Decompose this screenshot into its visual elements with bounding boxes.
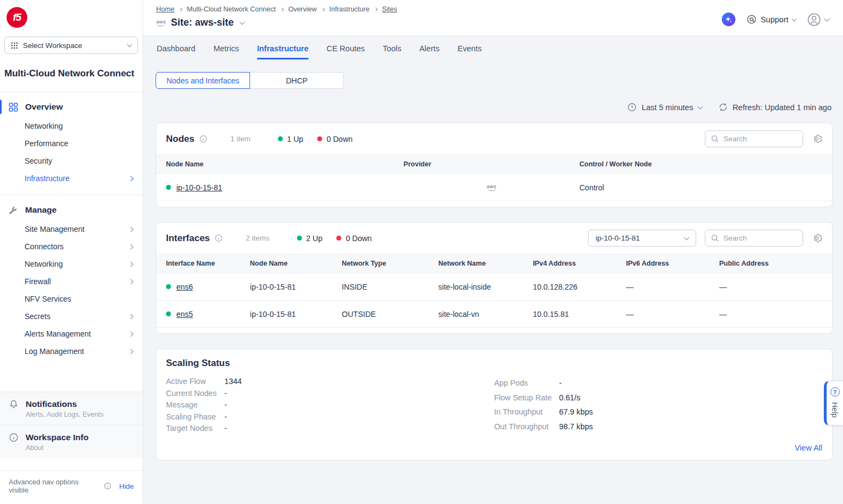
nav-label: Site Management xyxy=(25,225,85,233)
sidebar-item-notifications[interactable]: Notifications Alerts, Audit Logs, Events xyxy=(0,392,143,425)
sidebar-item-infrastructure[interactable]: Infrastructure xyxy=(0,170,143,187)
cell-node: ip-10-0-15-81 xyxy=(250,283,342,291)
page-title: Site: aws-site xyxy=(171,17,234,28)
nav-section-manage: Manage Site Management Connectors Networ… xyxy=(0,195,143,368)
sidebar-item-networking[interactable]: Networking xyxy=(0,117,143,135)
interfaces-title: Interfaces xyxy=(166,233,210,244)
sidebar-item-security[interactable]: Security xyxy=(0,152,143,170)
page-header: Home Multi-Cloud Network Connect Overvie… xyxy=(143,0,843,36)
help-question-icon: ? xyxy=(830,387,840,397)
col-network-name: Network Name xyxy=(438,260,533,267)
sidebar-item-performance[interactable]: Performance xyxy=(0,135,143,152)
interface-link[interactable]: ens6 xyxy=(176,283,193,291)
sparkle-icon xyxy=(725,16,732,23)
node-filter-value: ip-10-0-15-81 xyxy=(596,234,640,242)
f5-logo: f5 xyxy=(7,7,27,28)
grid-dots-icon xyxy=(11,42,18,49)
cell-network-name: site-local-inside xyxy=(438,283,533,291)
tab-alerts[interactable]: Alerts xyxy=(419,44,440,59)
ai-assistant-button[interactable] xyxy=(722,13,735,26)
gear-icon[interactable] xyxy=(812,134,822,144)
support-menu[interactable]: Support xyxy=(746,14,796,25)
nodes-down-status: 0 Down xyxy=(317,135,352,143)
nodes-panel: Nodes 1 item 1 Up 0 Down xyxy=(156,123,833,207)
node-link[interactable]: ip-10-0-15-81 xyxy=(176,183,222,192)
metric-flow-setup-rate: Flow Setup Rate0.61/s xyxy=(494,391,822,405)
sidebar-item-manage[interactable]: Manage xyxy=(0,202,143,220)
up-dot xyxy=(278,136,283,141)
metric-scaling-phase: Scaling Phase- xyxy=(166,411,494,423)
metric-app-pods: App Pods- xyxy=(494,376,822,391)
col-provider: Provider xyxy=(403,160,579,168)
node-role: Control xyxy=(579,183,822,192)
refresh-button[interactable]: Refresh: Updated 1 min ago xyxy=(719,103,832,112)
interfaces-table-header: Interface Name Node Name Network Type Ne… xyxy=(156,254,832,273)
chevron-right-icon xyxy=(128,279,134,284)
col-public-address: Public Address xyxy=(719,260,822,267)
workspace-info-subtitle: About xyxy=(9,444,134,452)
cell-ipv6: — xyxy=(626,310,720,319)
subtab-nodes-and-interfaces[interactable]: Nodes and Interfaces xyxy=(156,72,250,89)
sidebar-item-networking-manage[interactable]: Networking xyxy=(0,255,143,273)
tab-infrastructure[interactable]: Infrastructure xyxy=(257,44,308,59)
chevron-right-icon xyxy=(128,331,134,337)
help-tab[interactable]: ? Help xyxy=(824,381,843,425)
sidebar-item-log-management[interactable]: Log Management xyxy=(0,343,143,360)
account-menu[interactable] xyxy=(807,13,829,27)
nav-label: Connectors xyxy=(25,242,64,251)
metric-active-flow: Active Flow1344 xyxy=(166,376,494,388)
down-dot xyxy=(317,136,322,141)
col-interface-name: Interface Name xyxy=(166,260,250,267)
nav-label: Performance xyxy=(25,139,68,148)
sidebar-item-secrets[interactable]: Secrets xyxy=(0,308,143,325)
sidebar-item-workspace-info[interactable]: Workspace Info About xyxy=(0,425,143,458)
cell-ipv4: 10.0.15.81 xyxy=(533,310,626,319)
cell-public: — xyxy=(719,283,822,291)
nodes-search-input[interactable] xyxy=(723,135,797,143)
nav-label: Networking xyxy=(25,122,63,130)
sidebar-item-firewall[interactable]: Firewall xyxy=(0,273,143,290)
col-control-worker: Control / Worker Node xyxy=(579,160,822,168)
breadcrumb-mcn[interactable]: Multi-Cloud Network Connect xyxy=(187,5,276,13)
info-icon[interactable] xyxy=(104,482,111,490)
interface-link[interactable]: ens5 xyxy=(176,310,193,319)
nav-label: Log Management xyxy=(25,347,84,356)
breadcrumb-home[interactable]: Home xyxy=(156,5,174,13)
workspace-selector[interactable]: Select Workspace xyxy=(4,37,138,54)
view-all-link[interactable]: View All xyxy=(166,443,822,452)
sidebar-item-nfv-services[interactable]: NFV Services xyxy=(0,290,143,308)
col-node-name: Node Name xyxy=(166,160,403,168)
aws-icon: aws xyxy=(156,20,166,26)
chevron-right-icon xyxy=(128,176,134,181)
sidebar-item-overview[interactable]: Overview xyxy=(0,99,143,117)
sidebar-item-alerts-management[interactable]: Alerts Management xyxy=(0,325,143,343)
time-range-selector[interactable]: Last 5 minutes xyxy=(627,103,702,112)
nodes-search[interactable] xyxy=(705,130,803,147)
wrench-icon xyxy=(9,206,18,215)
tab-tools[interactable]: Tools xyxy=(383,44,401,59)
tab-metrics[interactable]: Metrics xyxy=(213,44,239,59)
tab-ce-routes[interactable]: CE Routes xyxy=(326,44,365,59)
subtab-dhcp[interactable]: DHCP xyxy=(250,72,344,89)
node-filter-select[interactable]: ip-10-0-15-81 xyxy=(588,230,696,247)
breadcrumb-infrastructure[interactable]: Infrastructure xyxy=(329,5,370,13)
sidebar-item-connectors[interactable]: Connectors xyxy=(0,238,143,255)
sidebar-item-site-management[interactable]: Site Management xyxy=(0,220,143,238)
chevron-down-icon xyxy=(240,19,245,25)
notifications-subtitle: Alerts, Audit Logs, Events xyxy=(9,411,134,418)
gear-icon[interactable] xyxy=(812,233,822,243)
interfaces-search[interactable] xyxy=(705,230,803,247)
chevron-right-icon xyxy=(128,349,134,354)
hide-nav-button[interactable]: Hide xyxy=(119,482,134,490)
info-icon[interactable] xyxy=(199,135,207,143)
cell-ipv4: 10.0.128.226 xyxy=(533,283,626,291)
tab-events[interactable]: Events xyxy=(458,44,482,59)
breadcrumb-overview[interactable]: Overview xyxy=(288,5,317,13)
site-selector[interactable]: aws Site: aws-site xyxy=(156,17,397,28)
status-dot-up xyxy=(166,284,171,289)
tab-dashboard[interactable]: Dashboard xyxy=(157,44,195,59)
info-icon[interactable] xyxy=(215,234,223,242)
interfaces-search-input[interactable] xyxy=(723,234,797,242)
interfaces-up-status: 2 Up xyxy=(297,234,323,243)
breadcrumb-sites[interactable]: Sites xyxy=(382,5,397,13)
